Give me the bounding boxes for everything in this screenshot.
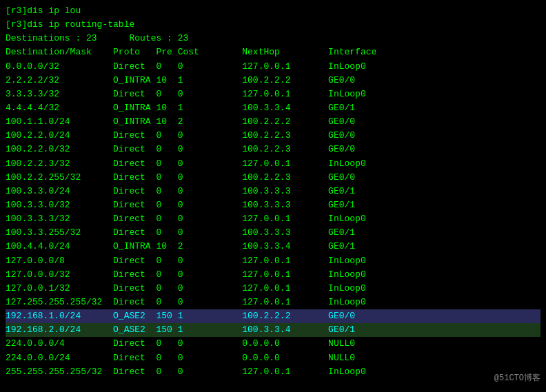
- terminal-line-5: Destination/Mask Proto Pre Cost NextHop …: [6, 45, 540, 59]
- terminal-line-14: 100.2.2.255/32 Direct 0 0 100.2.2.3 GE0/…: [6, 171, 540, 185]
- terminal-line-6: 0.0.0.0/32 Direct 0 0 127.0.0.1 InLoop0: [6, 60, 540, 74]
- terminal-line-7: 2.2.2.2/32 O_INTRA 10 1 100.2.2.2 GE0/0: [6, 74, 540, 87]
- terminal-line-10: 100.1.1.0/24 O_INTRA 10 2 100.2.2.2 GE0/…: [6, 115, 540, 129]
- terminal-line-27: 224.0.0.0/24 Direct 0 0 0.0.0.0 NULL0: [6, 351, 540, 365]
- terminal-line-13: 100.2.2.3/32 Direct 0 0 127.0.0.1 InLoop…: [6, 157, 540, 171]
- terminal-line-17: 100.3.3.3/32 Direct 0 0 127.0.0.1 InLoop…: [6, 212, 540, 226]
- terminal-line-18: 100.3.3.255/32 Direct 0 0 100.3.3.3 GE0/…: [6, 226, 540, 240]
- terminal-line-0: [r3]dis ip lou: [6, 4, 540, 18]
- terminal-window: [r3]dis ip lou[r3]dis ip routing-tableDe…: [6, 4, 540, 379]
- terminal-line-26: 224.0.0.0/4 Direct 0 0 0.0.0.0 NULL0: [6, 337, 540, 351]
- terminal-line-1: [r3]dis ip routing-table: [6, 18, 540, 32]
- terminal-line-20: 127.0.0.0/8 Direct 0 0 127.0.0.1 InLoop0: [6, 254, 540, 268]
- terminal-line-9: 4.4.4.4/32 O_INTRA 10 1 100.3.3.4 GE0/1: [6, 101, 540, 115]
- terminal-line-16: 100.3.3.0/32 Direct 0 0 100.3.3.3 GE0/1: [6, 198, 540, 212]
- terminal-line-15: 100.3.3.0/24 Direct 0 0 100.3.3.3 GE0/1: [6, 185, 540, 198]
- terminal-line-28: 255.255.255.255/32 Direct 0 0 127.0.0.1 …: [6, 365, 540, 379]
- terminal-line-8: 3.3.3.3/32 Direct 0 0 127.0.0.1 InLoop0: [6, 87, 540, 101]
- terminal-line-21: 127.0.0.0/32 Direct 0 0 127.0.0.1 InLoop…: [6, 268, 540, 282]
- terminal-line-12: 100.2.2.0/32 Direct 0 0 100.2.2.3 GE0/0: [6, 143, 540, 156]
- terminal-line-24: 192.168.1.0/24 O_ASE2 150 1 100.2.2.2 GE…: [6, 309, 540, 323]
- terminal-line-19: 100.4.4.0/24 O_INTRA 10 2 100.3.3.4 GE0/…: [6, 240, 540, 254]
- terminal-line-3: Destinations : 23 Routes : 23: [6, 32, 540, 45]
- terminal-line-25: 192.168.2.0/24 O_ASE2 150 1 100.3.3.4 GE…: [6, 323, 540, 337]
- terminal-line-23: 127.255.255.255/32 Direct 0 0 127.0.0.1 …: [6, 296, 540, 309]
- watermark: @51CTO博客: [494, 372, 540, 384]
- terminal-line-11: 100.2.2.0/24 Direct 0 0 100.2.2.3 GE0/0: [6, 129, 540, 143]
- terminal-line-22: 127.0.0.1/32 Direct 0 0 127.0.0.1 InLoop…: [6, 282, 540, 296]
